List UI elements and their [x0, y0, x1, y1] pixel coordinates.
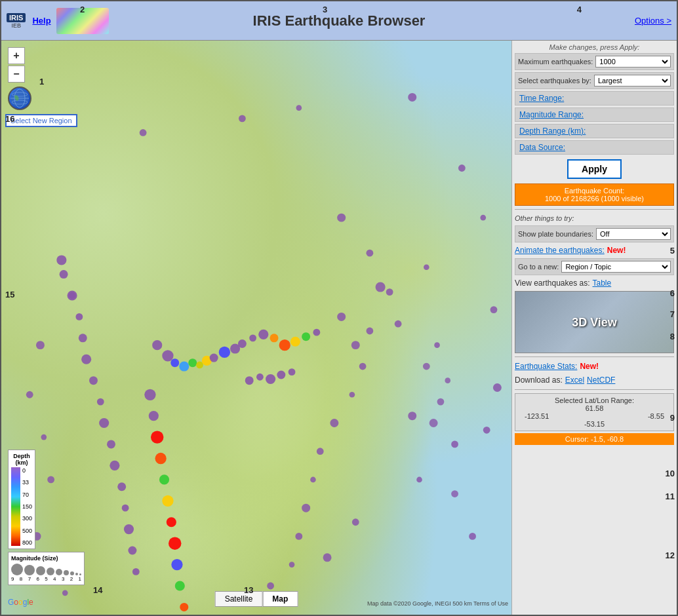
plate-boundaries-select[interactable]: Off On [596, 228, 671, 240]
svg-point-90 [302, 504, 310, 512]
app-title: IRIS Earthquake Browser [253, 12, 426, 29]
svg-point-64 [144, 389, 155, 400]
map-type-controls: Satellite Map [215, 591, 298, 607]
svg-point-32 [67, 290, 77, 300]
depth-color-bar [11, 467, 20, 546]
map-area[interactable]: + − [1, 41, 511, 615]
depth-legend: Depth(km) 0 33 70 150 300 500 800 [8, 450, 35, 549]
annotation-12: 12 [666, 550, 675, 560]
svg-point-19 [41, 434, 47, 440]
time-range-link[interactable]: Time Range: [515, 91, 674, 106]
svg-point-69 [162, 495, 173, 507]
svg-point-4 [337, 214, 346, 222]
annotation-3: 3 [323, 5, 327, 14]
annotation-2: 2 [80, 5, 85, 14]
apply-button[interactable]: Apply [567, 159, 622, 179]
animate-new-badge: New! [607, 246, 626, 255]
eq-count-line2: 1000 of 2168266 (1000 visible) [518, 195, 671, 202]
svg-point-8 [434, 342, 440, 348]
svg-point-56 [238, 339, 247, 348]
svg-point-14 [267, 583, 274, 590]
svg-point-5 [366, 250, 373, 257]
svg-point-47 [162, 350, 173, 361]
svg-point-63 [313, 329, 320, 336]
divider-1 [515, 209, 674, 210]
annotation-4: 4 [577, 5, 582, 14]
svg-point-78 [277, 371, 285, 379]
svg-point-44 [128, 547, 136, 555]
svg-point-60 [279, 339, 290, 351]
svg-point-93 [423, 363, 430, 370]
depth-label-list: 0 33 70 150 300 500 800 [22, 467, 32, 546]
depth-range-link[interactable]: Depth Range (km): [515, 124, 674, 138]
svg-point-92 [289, 562, 295, 568]
svg-point-36 [89, 376, 98, 385]
view-as-row: View earthquakes as: Table [515, 277, 674, 289]
svg-point-10 [451, 441, 458, 448]
svg-point-39 [107, 440, 115, 448]
satellite-button[interactable]: Satellite [215, 591, 263, 607]
svg-point-50 [188, 358, 197, 367]
svg-point-30 [56, 255, 66, 265]
svg-point-96 [429, 419, 438, 427]
svg-point-1 [239, 115, 246, 122]
selected-lat-lon-label: Selected Lat/Lon Range: [518, 396, 671, 404]
zoom-out-button[interactable]: − [8, 66, 25, 83]
animate-row: Animate the earthquakes: New! [515, 244, 674, 256]
help-button[interactable]: Help [32, 16, 50, 26]
max-eq-select[interactable]: 1000 500 2000 5000 [595, 56, 671, 67]
select-region-button[interactable]: Select New Region [5, 114, 77, 127]
other-things-label: Other things to try: [515, 213, 674, 223]
svg-point-79 [289, 368, 296, 375]
svg-point-70 [167, 517, 176, 527]
depth-legend-title: Depth(km) [11, 453, 32, 466]
svg-point-45 [132, 568, 140, 575]
svg-point-76 [256, 374, 264, 381]
globe-icon[interactable] [8, 87, 31, 110]
svg-point-85 [359, 363, 367, 370]
annotation-13: 13 [244, 585, 253, 595]
zoom-in-button[interactable]: + [8, 47, 25, 64]
select-by-select[interactable]: Largest Most Recent [594, 75, 671, 87]
options-button[interactable]: Options > [635, 16, 671, 26]
lat2-value: -8.55 [648, 412, 664, 420]
svg-point-88 [317, 448, 324, 455]
svg-point-91 [295, 533, 302, 540]
eq-stats-link[interactable]: Earthquake Stats: [515, 362, 577, 371]
download-label: Download as: [515, 375, 563, 385]
annotation-6: 6 [670, 288, 675, 298]
svg-point-97 [451, 490, 458, 497]
goto-select[interactable]: Region / Topic [561, 261, 671, 273]
svg-point-2 [296, 105, 302, 111]
svg-point-20 [47, 476, 54, 484]
select-by-row: Select earthquakes by: Largest Most Rece… [515, 72, 674, 89]
netcdf-link[interactable]: NetCDF [587, 375, 615, 385]
download-row: Download as: Excel NetCDF [515, 374, 674, 386]
annotation-11: 11 [666, 491, 675, 501]
svg-point-72 [171, 559, 182, 570]
3d-view-preview[interactable]: 3D View [515, 291, 674, 353]
magnitude-range-link[interactable]: Magnitude Range: [515, 107, 674, 122]
max-eq-label: Maximum earthquakes: [518, 58, 593, 66]
svg-point-25 [480, 215, 486, 221]
svg-point-9 [408, 412, 416, 420]
animate-link[interactable]: Animate the earthquakes: [515, 246, 605, 255]
magnitude-legend-title: Magnitude (Size) [11, 555, 81, 562]
svg-point-38 [99, 418, 109, 428]
svg-point-80 [376, 282, 386, 292]
svg-point-89 [310, 477, 316, 483]
svg-point-73 [175, 581, 185, 590]
map-button[interactable]: Map [262, 591, 298, 607]
select-by-label: Select earthquakes by: [518, 77, 591, 85]
svg-point-3 [140, 129, 147, 136]
table-link[interactable]: Table [593, 279, 612, 288]
svg-point-61 [290, 337, 300, 347]
svg-point-83 [366, 328, 373, 335]
svg-point-81 [386, 288, 393, 296]
plate-boundaries-label: Show plate boundaries: [518, 230, 593, 238]
data-source-link[interactable]: Data Source: [515, 140, 674, 155]
annotation-14: 14 [93, 585, 102, 595]
excel-link[interactable]: Excel [565, 375, 584, 385]
plate-boundaries-row: Show plate boundaries: Off On [515, 225, 674, 242]
right-panel: Make changes, press Apply: Maximum earth… [511, 41, 677, 615]
